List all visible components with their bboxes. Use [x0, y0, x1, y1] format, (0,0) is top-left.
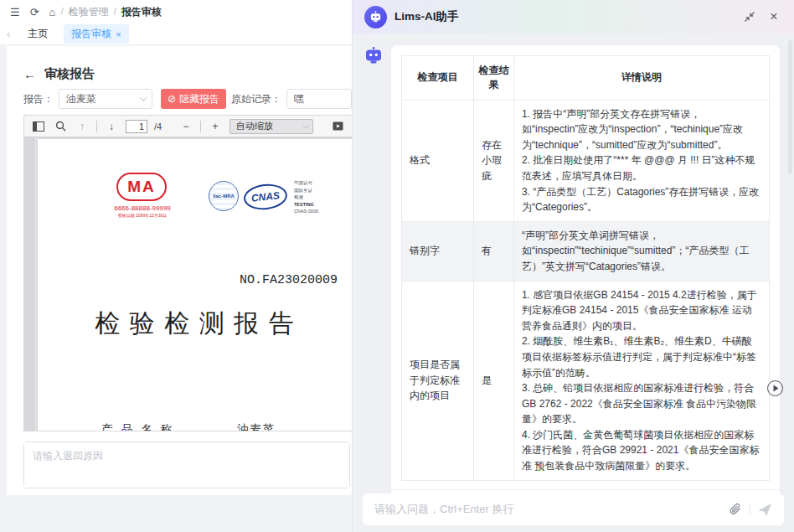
- back-icon[interactable]: ←: [23, 67, 36, 81]
- hide-report-label: 隐藏报告: [179, 92, 219, 106]
- check-result-cell: 存在小瑕疵: [474, 100, 514, 221]
- zoom-out-icon[interactable]: −: [178, 119, 193, 134]
- check-result-table: 检查项目 检查结果 详情说明 格式 存在小瑕疵 1. 报告中“声明”部分英文存在…: [401, 55, 770, 481]
- check-item-cell: 错别字: [402, 221, 474, 281]
- col-header-check-result: 检查结果: [474, 56, 514, 101]
- tab-report-review-label: 报告审核: [71, 27, 111, 41]
- app-root: ☰ ⟳ ⌂ / 检验管理 / 报告审核 ‹ 主页 报告审核 × ← 审核报告: [0, 0, 794, 532]
- zoom-mode-select[interactable]: 自动缩放: [229, 119, 313, 134]
- accreditation-line: 检测: [294, 194, 318, 201]
- report-select[interactable]: 油麦菜: [59, 89, 152, 109]
- table-row: 项目是否属于判定标准内的项目 是 1. 感官项目依据GB 24154 - 201…: [402, 281, 770, 480]
- ai-assistant-header: Lims-AI助手 ×: [353, 0, 794, 34]
- cnas-logo: CNAS: [243, 182, 289, 211]
- tab-scroll-left-icon[interactable]: ‹: [5, 28, 12, 40]
- product-name-value: 油麦菜: [237, 422, 275, 431]
- chat-input[interactable]: 请输入问题，Ctrl+Enter 换行: [374, 502, 726, 517]
- table-row: 错别字 有 “声明”部分英文单词拼写错误，如“inspectin”“techin…: [402, 221, 770, 281]
- return-reason-textarea[interactable]: [24, 442, 349, 488]
- page-number-input[interactable]: [126, 120, 147, 133]
- col-header-check-item: 检查项目: [402, 56, 474, 101]
- sidebar-toggle-icon[interactable]: [31, 119, 46, 134]
- assistant-message-card: 检查项目 检查结果 详情说明 格式 存在小瑕疵 1. 报告中“声明”部分英文存在…: [391, 45, 780, 521]
- page-title: 审核报告: [44, 66, 95, 82]
- detail-cell: 1. 报告中“声明”部分英文存在拼写错误，如“inspectin”应改为“ins…: [514, 100, 770, 221]
- pdf-page: MA 6666-88888-99999 有效日期 2099年12月30日 ila…: [38, 139, 352, 431]
- cma-valid-date: 有效日期 2099年12月30日: [105, 213, 180, 218]
- breadcrumb-item-inspection-mgmt[interactable]: 检验管理: [69, 5, 109, 19]
- scrollbar-thumb[interactable]: [788, 40, 792, 174]
- original-record-label: 原始记录：: [231, 92, 281, 106]
- tab-bar: ‹ 主页 报告审核 ×: [0, 23, 352, 45]
- refresh-icon[interactable]: ⟳: [30, 6, 39, 18]
- check-result-cell: 有: [474, 221, 514, 281]
- pdf-page-container[interactable]: MA 6666-88888-99999 有效日期 2099年12月30日 ila…: [24, 137, 352, 431]
- collapse-menu-icon[interactable]: ☰: [10, 6, 20, 18]
- detail-cell: 1. 感官项目依据GB 24154 - 2015 4.2进行检验，属于判定标准G…: [514, 281, 770, 480]
- attachment-icon[interactable]: [726, 500, 745, 519]
- robot-avatar: [364, 6, 387, 28]
- check-result-table-wrap: 检查项目 检查结果 详情说明 格式 存在小瑕疵 1. 报告中“声明”部分英文存在…: [391, 45, 780, 489]
- col-header-detail: 详情说明: [514, 56, 770, 101]
- check-item-cell: 格式: [402, 100, 474, 221]
- accreditation-line: CNAS 0000: [294, 208, 318, 215]
- chat-input-bar: 请输入问题，Ctrl+Enter 换行: [363, 493, 784, 525]
- detail-cell: “声明”部分英文单词拼写错误，如“inspectin”“techinique”“…: [514, 221, 770, 281]
- tab-close-icon[interactable]: ×: [116, 29, 121, 39]
- report-select-value: 油麦菜: [66, 92, 96, 106]
- pdf-toolbar: ↑ ↓ /4 − + 自动缩放: [24, 116, 352, 137]
- hide-report-button[interactable]: ⊘ 隐藏报告: [161, 89, 226, 109]
- chevron-down-icon: [302, 121, 309, 128]
- ilac-mra-logo: ilac-MRA: [209, 181, 239, 211]
- page-total-label: /4: [154, 121, 162, 132]
- page-up-icon[interactable]: ↑: [75, 119, 90, 134]
- breadcrumb-item-report-review: 报告审核: [121, 5, 162, 19]
- return-reason-field: [23, 442, 350, 488]
- home-icon[interactable]: ⌂: [49, 6, 56, 18]
- review-card: ← 审核报告 报告： 油麦菜 ⊘ 隐藏报告 原始记录：: [7, 46, 352, 495]
- input-divider: [750, 504, 750, 515]
- breadcrumb-separator: /: [60, 6, 63, 18]
- chevron-down-icon: [140, 94, 147, 101]
- toolbar-divider: [200, 121, 201, 132]
- report-number: NO.FA23020009: [38, 273, 338, 287]
- resume-play-icon[interactable]: [767, 380, 783, 396]
- product-name-label: 产 品 名 称: [101, 422, 175, 431]
- original-record-value: 嘿: [294, 92, 304, 106]
- cma-certificate-number: 6666-88888-99999: [105, 204, 180, 212]
- cnas-logo-text: CNAS: [250, 189, 280, 204]
- check-item-cell: 项目是否属于判定标准内的项目: [402, 281, 474, 480]
- hide-icon: ⊘: [168, 93, 176, 105]
- zoom-mode-value: 自动缩放: [236, 120, 273, 132]
- zoom-in-icon[interactable]: +: [208, 119, 223, 134]
- ilac-mra-logo-text: ilac-MRA: [213, 194, 235, 199]
- main-content: ← 审核报告 报告： 油麦菜 ⊘ 隐藏报告 原始记录：: [0, 46, 352, 532]
- toolbar-divider: [96, 121, 97, 132]
- accreditation-line: 中国认可: [294, 179, 318, 187]
- page-down-icon[interactable]: ↓: [104, 119, 119, 134]
- tab-home[interactable]: 主页: [20, 24, 55, 44]
- report-form-row: 报告： 油麦菜 ⊘ 隐藏报告 原始记录： 嘿: [23, 88, 352, 110]
- ai-assistant-panel: Lims-AI助手 × 检查项目 检查结果: [352, 0, 794, 532]
- search-icon[interactable]: [53, 119, 68, 134]
- report-select-label: 报告：: [23, 92, 54, 106]
- pdf-viewer: ↑ ↓ /4 − + 自动缩放: [23, 115, 352, 431]
- accreditation-line: 国际互认: [294, 187, 318, 194]
- ai-assistant-title: Lims-AI助手: [394, 9, 459, 24]
- accreditation-text: 中国认可 国际互认 检测 TESTING CNAS 0000: [294, 179, 318, 215]
- chat-area[interactable]: 检查项目 检查结果 详情说明 格式 存在小瑕疵 1. 报告中“声明”部分英文存在…: [353, 34, 794, 532]
- tab-report-review[interactable]: 报告审核 ×: [64, 24, 128, 44]
- original-record-group: 原始记录： 嘿: [231, 89, 352, 109]
- check-result-cell: 是: [474, 281, 514, 480]
- accreditation-line: TESTING: [294, 201, 318, 209]
- presentation-mode-icon[interactable]: [330, 119, 345, 134]
- robot-message-avatar: [363, 45, 384, 65]
- original-record-select[interactable]: 嘿: [286, 89, 352, 109]
- breadcrumb: ⌂ / 检验管理 / 报告审核: [49, 5, 162, 19]
- minimize-icon[interactable]: [741, 8, 758, 25]
- close-icon[interactable]: ×: [766, 8, 782, 25]
- send-icon[interactable]: [755, 500, 774, 519]
- report-review-panel: ☰ ⟳ ⌂ / 检验管理 / 报告审核 ‹ 主页 报告审核 × ← 审核报告: [0, 0, 352, 532]
- breadcrumb-separator: /: [114, 6, 116, 18]
- report-document-title: 检 验 检 测 报 告: [38, 307, 352, 341]
